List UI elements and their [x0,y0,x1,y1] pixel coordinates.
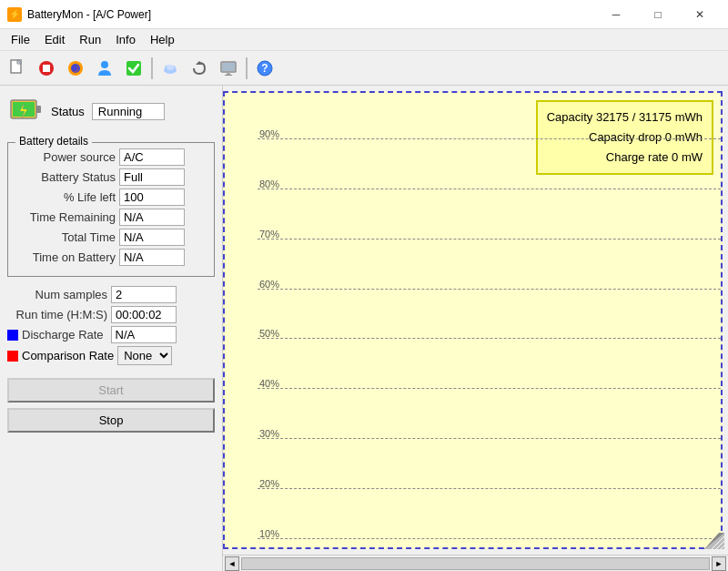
grid-label-40: 40% [259,378,279,389]
grid-label-70: 70% [259,229,279,240]
svg-rect-14 [222,63,235,71]
menu-bar: File Edit Run Info Help [0,29,728,51]
discharge-row: Discharge Rate N/A [7,326,215,343]
menu-info[interactable]: Info [108,30,143,50]
discharge-color-indicator [7,330,18,341]
toolbar-separator2 [246,57,248,79]
toolbar-new[interactable] [4,55,31,82]
comparison-row: Comparison Rate None Last run Average [7,346,215,365]
toolbar-firefox[interactable] [62,55,89,82]
svg-rect-15 [227,72,230,75]
grid-label-30: 30% [259,428,279,439]
run-time-label: Run time (H:M:S) [7,308,107,321]
battery-icon [7,93,44,129]
stop-button[interactable]: Stop [7,408,215,433]
time-on-battery-value: N/A [119,249,185,266]
toolbar-person[interactable] [91,55,118,82]
toolbar-separator [151,57,153,79]
grid-label-20: 20% [259,478,279,489]
battery-status-label: Battery Status [15,170,116,184]
grid-line-90: 90% [258,138,721,139]
battery-status-row: Battery Status Full [15,168,207,186]
maximize-button[interactable]: □ [637,0,679,29]
menu-run[interactable]: Run [72,30,108,50]
left-panel: Status Running Battery details Power sou… [0,86,223,571]
grid-line-60: 60% [258,289,721,290]
scroll-right-button[interactable]: ► [712,556,726,571]
scroll-left-button[interactable]: ◄ [225,556,239,571]
time-remaining-label: Time Remaining [15,210,116,224]
battery-status-value: Full [119,168,185,186]
menu-edit[interactable]: Edit [37,30,72,50]
svg-rect-16 [225,75,232,76]
toolbar: ? [0,51,728,86]
grid-label-10: 10% [259,528,279,539]
group-legend: Battery details [15,135,92,148]
life-left-row: % Life left 100 [15,189,207,206]
menu-file[interactable]: File [4,30,37,50]
toolbar-help[interactable]: ? [251,55,278,82]
grid-line-80: 80% [258,189,721,189]
toolbar-refresh[interactable] [186,55,213,82]
discharge-label: Discharge Rate [22,328,104,342]
status-label: Status [51,105,85,118]
resize-corner[interactable] [701,527,728,555]
menu-help[interactable]: Help [143,30,182,50]
toolbar-cloud[interactable] [157,55,184,82]
grid-line-40: 40% [258,388,721,389]
comparison-color-indicator [7,351,18,362]
grid-line-70: 70% [258,239,721,240]
grid-line-10: 10% [258,538,721,539]
grid-line-50: 50% [258,338,721,339]
minimize-button[interactable]: ─ [595,0,637,29]
total-time-row: Total Time N/A [15,229,207,246]
life-left-value: 100 [119,189,185,206]
stats-section: Num samples 2 Run time (H:M:S) 00:00:02 … [7,286,215,365]
power-source-value: A/C [119,148,185,166]
chart-scrollbar: ◄ ► [223,555,728,571]
svg-rect-20 [36,106,41,113]
num-samples-row: Num samples 2 [7,286,215,303]
total-time-value: N/A [119,229,185,246]
start-button[interactable]: Start [7,378,215,403]
svg-point-6 [101,61,108,68]
toolbar-stop[interactable] [33,55,60,82]
status-value: Running [92,103,165,120]
run-time-value: 00:00:02 [111,306,177,323]
power-source-row: Power source A/C [15,148,207,166]
comparison-label: Comparison Rate [22,349,114,362]
time-remaining-value: N/A [119,209,185,226]
svg-point-11 [167,65,174,70]
main-container: Status Running Battery details Power sou… [0,86,728,571]
chart-grid: 90% 80% 70% 60% 50% 40% 30% [225,93,721,547]
comparison-select[interactable]: None Last run Average [117,346,172,365]
run-time-row: Run time (H:M:S) 00:00:02 [7,306,215,323]
status-row: Status Running [7,93,215,129]
app-icon: ⚡ [7,7,22,22]
grid-label-50: 50% [259,328,279,339]
window-title: BatteryMon - [A/C Power] [27,8,595,21]
svg-text:?: ? [261,62,268,75]
close-button[interactable]: ✕ [679,0,721,29]
power-source-label: Power source [15,150,116,164]
time-remaining-row: Time Remaining N/A [15,209,207,226]
toolbar-check[interactable] [120,55,147,82]
time-on-battery-row: Time on Battery N/A [15,249,207,266]
grid-label-80: 80% [259,178,279,189]
life-left-label: % Life left [15,190,116,204]
window-controls: ─ □ ✕ [595,0,721,29]
svg-rect-3 [43,65,50,72]
title-bar: ⚡ BatteryMon - [A/C Power] ─ □ ✕ [0,0,728,29]
scroll-track[interactable] [241,557,710,570]
toolbar-monitor[interactable] [215,55,242,82]
grid-label-90: 90% [259,128,279,139]
battery-details-group: Battery details Power source A/C Battery… [7,142,215,277]
total-time-label: Total Time [15,230,116,244]
chart-area: Capacity 32175 / 31175 mWh Capacity drop… [223,91,723,549]
grid-line-20: 20% [258,488,721,489]
grid-line-30: 30% [258,438,721,439]
num-samples-label: Num samples [7,288,107,301]
action-buttons: Start Stop [7,378,215,433]
time-on-battery-label: Time on Battery [15,250,116,264]
num-samples-value: 2 [111,286,177,303]
